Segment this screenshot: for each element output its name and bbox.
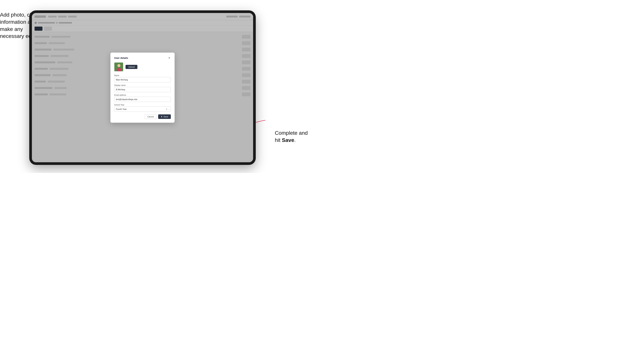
school-year-select-wrapper: ✕ ⌄: [114, 107, 171, 112]
modal-title-row: User details ✕: [114, 56, 171, 59]
name-form-group: Name: [114, 74, 171, 82]
modal-close-button[interactable]: ✕: [168, 56, 171, 59]
modal-footer: Cancel ⬆ Save: [114, 114, 171, 119]
display-name-input[interactable]: [114, 87, 171, 92]
photo-row: Upload: [114, 62, 171, 71]
annotation-right: Complete and hit Save.: [275, 130, 320, 144]
user-details-modal: User details ✕ Uploa: [110, 53, 174, 123]
save-icon: ⬆: [161, 116, 162, 118]
modal-title: User details: [114, 56, 128, 59]
app-background: User details ✕ Uploa: [32, 13, 253, 162]
upload-photo-button[interactable]: Upload: [126, 65, 138, 69]
svg-point-3: [118, 64, 120, 67]
tablet-frame: User details ✕ Uploa: [29, 10, 256, 165]
school-year-clear-icon[interactable]: ✕: [166, 108, 168, 110]
display-name-label: Display name: [114, 84, 171, 86]
display-name-form-group: Display name: [114, 84, 171, 92]
school-year-chevron-icon[interactable]: ⌄: [168, 108, 170, 110]
email-label: Email address: [114, 94, 171, 96]
user-photo-thumbnail: [114, 62, 123, 71]
name-label: Name: [114, 74, 171, 76]
modal-overlay: User details ✕ Uploa: [32, 13, 253, 162]
save-button[interactable]: ⬆ Save: [158, 114, 171, 119]
school-year-input[interactable]: [114, 107, 171, 112]
save-button-label: Save: [164, 116, 168, 118]
school-year-label: School Year: [114, 104, 171, 106]
tablet-screen: User details ✕ Uploa: [32, 13, 253, 162]
email-form-group: Email address: [114, 94, 171, 102]
email-input[interactable]: [114, 97, 171, 102]
name-input[interactable]: [114, 77, 171, 82]
cancel-button[interactable]: Cancel: [144, 114, 157, 119]
school-year-form-group: School Year ✕ ⌄: [114, 104, 171, 112]
